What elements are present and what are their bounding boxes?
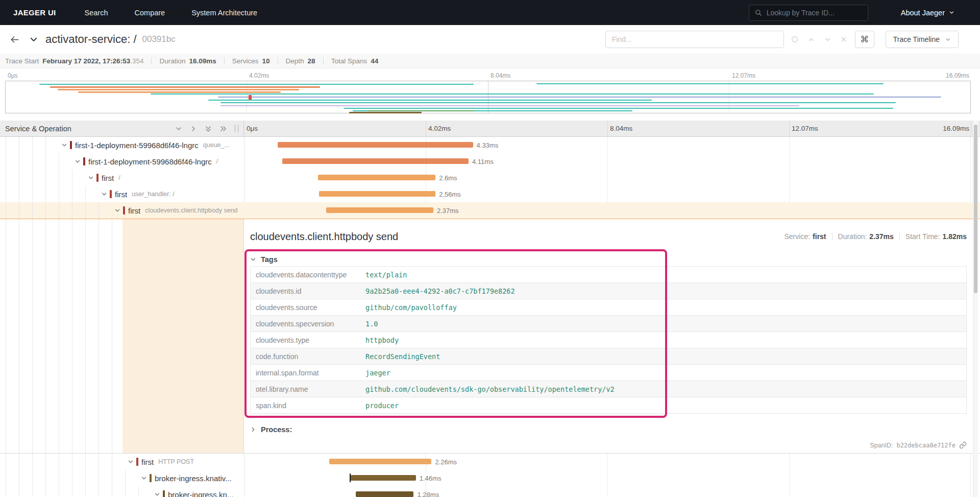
span-bar[interactable] bbox=[329, 459, 431, 464]
prev-result-icon[interactable] bbox=[808, 36, 815, 43]
collapse-all-icon[interactable] bbox=[205, 125, 212, 132]
span-row[interactable]: broker-ingress.kn...1.28ms bbox=[0, 486, 980, 497]
keyboard-shortcuts-button[interactable]: ⌘ bbox=[855, 31, 874, 48]
about-jaeger-label: About Jaeger bbox=[901, 9, 945, 17]
span-timeline-cell[interactable]: 4.11ms bbox=[244, 153, 971, 170]
span-name-cell[interactable]: first/ bbox=[0, 170, 244, 186]
collapse-children-icon[interactable] bbox=[127, 459, 134, 465]
span-row[interactable]: firstuser_handler: /2.56ms bbox=[0, 186, 980, 202]
span-name-cell[interactable]: firstcloudevents.client.httpbody send bbox=[0, 202, 244, 219]
span-row[interactable]: firstHTTP POST2.26ms bbox=[0, 454, 980, 470]
span-name-cell[interactable]: firstHTTP POST bbox=[0, 454, 244, 470]
span-timeline-cell[interactable]: 2.26ms bbox=[244, 454, 971, 470]
span-bar[interactable] bbox=[278, 142, 473, 148]
process-accordion-header[interactable]: Process: bbox=[250, 423, 967, 436]
collapse-one-icon[interactable] bbox=[175, 125, 182, 132]
span-timeline-cell[interactable]: 4.33ms bbox=[244, 137, 971, 153]
link-icon[interactable] bbox=[959, 441, 967, 449]
tags-accordion-header[interactable]: Tags bbox=[250, 253, 967, 266]
span-row[interactable]: first-1-deployment-59968d6f46-lngrc/4.11… bbox=[0, 153, 980, 170]
vertical-scrollbar[interactable] bbox=[973, 121, 978, 497]
detail-indent-highlight bbox=[122, 219, 244, 453]
expand-one-icon[interactable] bbox=[190, 125, 197, 132]
find-input[interactable] bbox=[605, 31, 784, 48]
app-logo[interactable]: JAEGER UI bbox=[13, 8, 56, 17]
tag-row[interactable]: span.kindproducer bbox=[251, 397, 966, 414]
collapse-header-chevron-icon[interactable] bbox=[29, 35, 38, 44]
collapse-children-icon[interactable] bbox=[74, 158, 81, 164]
summary-item: Duration16.09ms bbox=[159, 57, 216, 65]
span-row[interactable]: firstcloudevents.client.httpbody send2.3… bbox=[0, 202, 980, 219]
trace-lookup[interactable] bbox=[749, 5, 868, 21]
tag-row[interactable]: otel.library.namegithub.com/cloudevents/… bbox=[251, 381, 966, 397]
tag-row[interactable]: internal.span.formatjaeger bbox=[251, 365, 966, 381]
span-timeline-cell[interactable]: 2.37ms bbox=[244, 202, 971, 219]
collapse-children-icon[interactable] bbox=[87, 175, 94, 181]
span-timeline-cell[interactable]: 1.28ms bbox=[244, 486, 971, 497]
span-timeline-cell[interactable]: 2.56ms bbox=[244, 186, 971, 202]
tick-label: 4.02ms bbox=[247, 72, 269, 79]
span-timeline-cell[interactable]: 1.46ms bbox=[244, 470, 971, 486]
span-timeline-cell[interactable]: 2.6ms bbox=[244, 170, 971, 186]
trace-view-select[interactable]: Trace Timeline bbox=[886, 31, 959, 48]
tag-row[interactable]: cloudevents.typehttpbody bbox=[251, 332, 966, 348]
service-value: first bbox=[813, 232, 826, 241]
tag-key: internal.span.format bbox=[256, 369, 365, 377]
tag-value: 9a2b25a0-eee4-4292-a0c7-c7bf179e8262 bbox=[365, 287, 515, 295]
collapse-children-icon[interactable] bbox=[100, 191, 108, 197]
tag-row[interactable]: cloudevents.datacontenttypetext/plain bbox=[251, 267, 966, 283]
span-bar[interactable] bbox=[326, 207, 433, 213]
span-name-cell[interactable]: first-1-deployment-59968d6f46-lngrcqueue… bbox=[0, 137, 244, 153]
search-icon bbox=[755, 9, 762, 16]
tag-row[interactable]: cloudevents.sourcegithub/com/pavolloffay bbox=[251, 299, 966, 316]
nav-item-compare[interactable]: Compare bbox=[135, 9, 165, 17]
collapse-children-icon[interactable] bbox=[140, 475, 148, 481]
span-service-name: first bbox=[115, 190, 127, 199]
span-id-label: SpanID: bbox=[870, 442, 893, 449]
span-duration-label: 2.56ms bbox=[439, 191, 461, 198]
span-operation-name: cloudevents.client.httpbody send bbox=[145, 207, 237, 214]
nav-links: SearchCompareSystem Architecture bbox=[85, 9, 284, 17]
span-name-cell[interactable]: broker-ingress.knativ... bbox=[0, 470, 244, 486]
start-time-value: 1.82ms bbox=[943, 232, 967, 241]
span-bar[interactable] bbox=[319, 191, 435, 197]
service-color-chip bbox=[70, 141, 72, 149]
next-result-icon[interactable] bbox=[824, 36, 831, 43]
summary-value: February 17 2022, 17:26:53.354 bbox=[42, 57, 143, 65]
collapse-children-icon[interactable] bbox=[60, 142, 68, 148]
column-resizer-handle[interactable] bbox=[235, 125, 238, 132]
span-row[interactable]: first/2.6ms bbox=[0, 170, 980, 186]
tag-row[interactable]: cloudevents.id9a2b25a0-eee4-4292-a0c7-c7… bbox=[251, 283, 966, 299]
match-count-icon[interactable] bbox=[791, 36, 798, 43]
chevron-right-icon bbox=[250, 427, 256, 433]
minimap-canvas[interactable] bbox=[5, 81, 971, 113]
clear-find-icon[interactable] bbox=[841, 36, 847, 42]
span-name-cell[interactable]: first-1-deployment-59968d6f46-lngrc/ bbox=[0, 153, 244, 170]
scrollbar-thumb[interactable] bbox=[974, 125, 977, 293]
tag-row[interactable]: cloudevents.specversion1.0 bbox=[251, 316, 966, 332]
expand-all-icon[interactable] bbox=[219, 125, 227, 132]
trace-lookup-input[interactable] bbox=[767, 9, 862, 17]
tick-label: 8.04ms bbox=[488, 72, 510, 79]
span-row[interactable]: first-1-deployment-59968d6f46-lngrcqueue… bbox=[0, 137, 980, 153]
collapse-children-icon[interactable] bbox=[113, 207, 121, 214]
collapse-children-icon[interactable] bbox=[153, 491, 161, 497]
span-detail-title: cloudevents.client.httpbody send bbox=[250, 231, 398, 243]
trace-summary-bar: Trace StartFebruary 17 2022, 17:26:53.35… bbox=[0, 54, 980, 68]
service-label: Service: bbox=[785, 232, 811, 241]
nav-item-search[interactable]: Search bbox=[85, 9, 108, 17]
span-bar[interactable] bbox=[318, 175, 436, 180]
span-bar[interactable] bbox=[356, 491, 413, 497]
about-jaeger-menu[interactable]: About Jaeger bbox=[901, 9, 954, 17]
span-bar[interactable] bbox=[282, 158, 469, 164]
span-name-cell[interactable]: broker-ingress.kn... bbox=[0, 486, 244, 497]
span-row[interactable]: broker-ingress.knativ...1.46ms bbox=[0, 470, 980, 486]
span-operation-name: / bbox=[216, 158, 218, 165]
tick-label: 0μs bbox=[5, 72, 18, 79]
span-name-cell[interactable]: firstuser_handler: / bbox=[0, 186, 244, 202]
span-bar[interactable] bbox=[350, 475, 416, 481]
tag-row[interactable]: code.functionRecordSendingEvent bbox=[251, 348, 966, 365]
start-time-label: Start Time: bbox=[905, 232, 940, 241]
nav-item-system-architecture[interactable]: System Architecture bbox=[191, 9, 257, 17]
back-arrow-icon[interactable] bbox=[9, 34, 20, 45]
